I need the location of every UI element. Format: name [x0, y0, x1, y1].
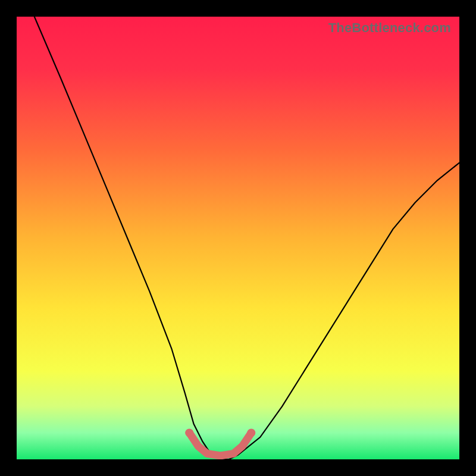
curve-line — [35, 17, 459, 459]
svg-point-1 — [185, 428, 193, 437]
svg-point-2 — [247, 428, 255, 437]
chart-frame: TheBottleneck.com — [0, 0, 476, 476]
bottleneck-curve — [17, 17, 459, 459]
watermark-text: TheBottleneck.com — [328, 20, 451, 36]
plot-area: TheBottleneck.com — [17, 17, 459, 459]
